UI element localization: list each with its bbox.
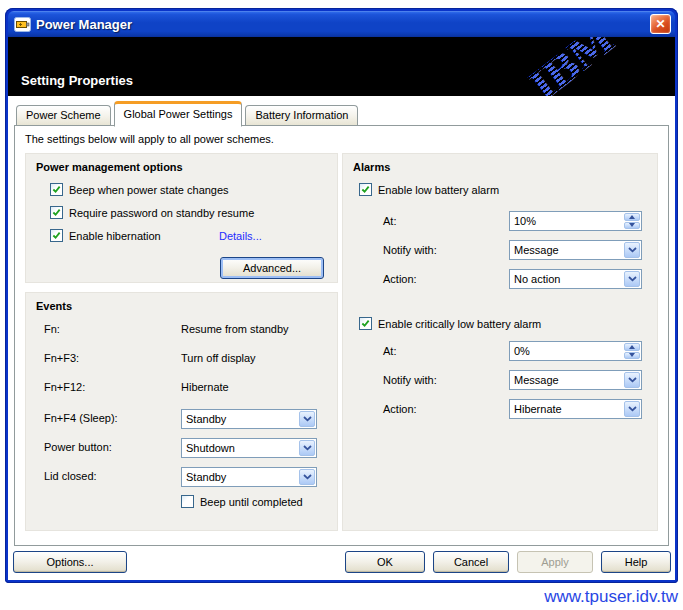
fnf3-label: Fn+F3: <box>44 352 79 364</box>
lid-closed-select[interactable]: Standby <box>181 467 317 487</box>
apply-button: Apply <box>517 551 593 573</box>
critical-action-select[interactable]: Hibernate <box>509 399 642 419</box>
enable-critical-alarm-label: Enable critically low battery alarm <box>378 318 541 330</box>
beep-until-completed-checkbox[interactable] <box>181 495 194 508</box>
tab-global-power-settings[interactable]: Global Power Settings <box>114 101 243 127</box>
power-manager-window: Power Manager ✕ Setting Properties IBM P… <box>5 8 678 583</box>
tab-strip: Power Scheme Global Power Settings Batte… <box>15 100 359 126</box>
low-notify-label: Notify with: <box>383 244 437 256</box>
chevron-down-icon[interactable] <box>299 469 315 485</box>
dialog-body: Power Scheme Global Power Settings Batte… <box>8 96 675 580</box>
watermark-url: www.tpuser.idv.tw <box>544 587 678 607</box>
events-title: Events <box>36 300 72 312</box>
enable-low-battery-alarm-checkbox[interactable] <box>359 183 372 196</box>
critical-at-value: 0% <box>510 342 623 360</box>
banner-title: Setting Properties <box>21 73 133 88</box>
power-button-select[interactable]: Shutdown <box>181 438 317 458</box>
options-button[interactable]: Options... <box>13 551 127 573</box>
spinner-down-icon[interactable] <box>624 222 640 230</box>
spinner-up-icon[interactable] <box>624 343 640 351</box>
require-password-checkbox-row: Require password on standby resume <box>50 206 254 219</box>
critical-at-spinner[interactable]: 0% <box>509 341 642 361</box>
power-manager-app-icon <box>14 17 31 32</box>
alarms-title: Alarms <box>353 161 390 173</box>
lid-closed-label: Lid closed: <box>44 470 97 482</box>
screenshot-canvas: Power Manager ✕ Setting Properties IBM P… <box>0 0 683 610</box>
beep-power-state-checkbox-row: Beep when power state changes <box>50 183 229 196</box>
require-password-checkbox[interactable] <box>50 206 63 219</box>
close-button[interactable]: ✕ <box>650 14 671 34</box>
beep-until-completed-row: Beep until completed <box>181 495 303 508</box>
critical-notify-select[interactable]: Message <box>509 370 642 390</box>
fnf4-sleep-select[interactable]: Standby <box>181 409 317 429</box>
spinner-up-icon[interactable] <box>624 213 640 221</box>
enable-hibernation-checkbox[interactable] <box>50 229 63 242</box>
cancel-button[interactable]: Cancel <box>433 551 509 573</box>
header-banner: Setting Properties IBM <box>8 37 675 96</box>
lid-closed-value: Standby <box>182 468 298 486</box>
tab-power-scheme[interactable]: Power Scheme <box>16 105 111 125</box>
title-bar: Power Manager ✕ <box>8 11 675 37</box>
critical-at-label: At: <box>383 345 396 357</box>
chevron-down-icon[interactable] <box>624 242 640 258</box>
critical-notify-label: Notify with: <box>383 374 437 386</box>
fn-value: Resume from standby <box>181 323 289 335</box>
beep-power-state-label: Beep when power state changes <box>69 184 229 196</box>
low-at-value: 10% <box>510 212 623 230</box>
spinner-down-icon[interactable] <box>624 352 640 360</box>
intro-text: The settings below will apply to all pow… <box>25 133 274 145</box>
low-notify-value: Message <box>510 241 623 259</box>
chevron-down-icon[interactable] <box>299 411 315 427</box>
power-management-options-title: Power management options <box>36 161 183 173</box>
window-title: Power Manager <box>36 17 132 32</box>
enable-low-battery-alarm-row: Enable low battery alarm <box>359 183 499 196</box>
tab-page: The settings below will apply to all pow… <box>14 125 669 546</box>
chevron-down-icon[interactable] <box>624 401 640 417</box>
check-icon <box>52 185 61 194</box>
power-button-label: Power button: <box>44 441 112 453</box>
low-at-spinner[interactable]: 10% <box>509 211 642 231</box>
enable-critical-alarm-row: Enable critically low battery alarm <box>359 317 541 330</box>
fnf3-value: Turn off display <box>181 352 256 364</box>
events-panel: Events Fn: Resume from standby Fn+F3: Tu… <box>25 292 338 531</box>
power-management-options-panel: Power management options Beep when power… <box>25 153 338 283</box>
fnf12-label: Fn+F12: <box>44 381 85 393</box>
critical-action-label: Action: <box>383 403 417 415</box>
beep-until-completed-label: Beep until completed <box>200 496 303 508</box>
check-icon <box>361 319 370 328</box>
enable-low-battery-alarm-label: Enable low battery alarm <box>378 184 499 196</box>
tab-battery-information[interactable]: Battery Information <box>245 105 358 125</box>
advanced-button[interactable]: Advanced... <box>220 257 324 279</box>
critical-notify-value: Message <box>510 371 623 389</box>
critical-action-value: Hibernate <box>510 400 623 418</box>
require-password-label: Require password on standby resume <box>69 207 254 219</box>
chevron-down-icon[interactable] <box>624 372 640 388</box>
ibm-logo: IBM <box>524 37 620 96</box>
low-notify-select[interactable]: Message <box>509 240 642 260</box>
enable-critical-alarm-checkbox[interactable] <box>359 317 372 330</box>
check-icon <box>52 231 61 240</box>
power-button-value: Shutdown <box>182 439 298 457</box>
check-icon <box>361 185 370 194</box>
alarms-panel: Alarms Enable low battery alarm At: 10% <box>342 153 658 531</box>
fnf12-value: Hibernate <box>181 381 229 393</box>
low-action-label: Action: <box>383 273 417 285</box>
beep-power-state-checkbox[interactable] <box>50 183 63 196</box>
chevron-down-icon[interactable] <box>624 271 640 287</box>
help-button[interactable]: Help <box>601 551 671 573</box>
low-action-select[interactable]: No action <box>509 269 642 289</box>
details-link[interactable]: Details... <box>219 230 262 242</box>
low-action-value: No action <box>510 270 623 288</box>
ok-button[interactable]: OK <box>345 551 425 573</box>
chevron-down-icon[interactable] <box>299 440 315 456</box>
check-icon <box>52 208 61 217</box>
fnf4-sleep-label: Fn+F4 (Sleep): <box>44 412 118 424</box>
fnf4-sleep-value: Standby <box>182 410 298 428</box>
low-at-label: At: <box>383 215 396 227</box>
fn-label: Fn: <box>44 323 60 335</box>
enable-hibernation-checkbox-row: Enable hibernation <box>50 229 161 242</box>
enable-hibernation-label: Enable hibernation <box>69 230 161 242</box>
